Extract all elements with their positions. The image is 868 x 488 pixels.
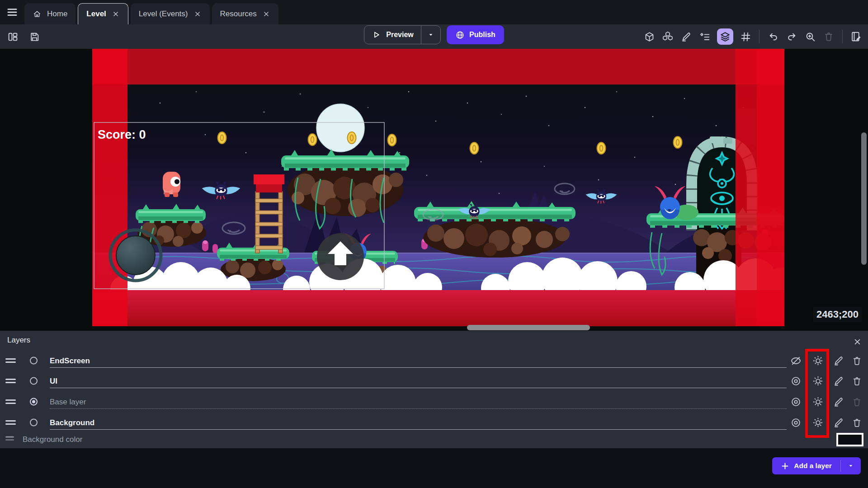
instances-list-button[interactable] [698, 30, 711, 43]
save-icon [29, 31, 40, 42]
layer-select-radio[interactable] [30, 357, 38, 365]
layer-row-base[interactable]: Base layer [0, 393, 868, 411]
tab-resources[interactable]: Resources [212, 3, 278, 24]
layer-name-field[interactable]: Background [50, 413, 787, 430]
events-sheet-button[interactable] [850, 30, 863, 43]
tab-label: Home [47, 9, 67, 19]
lighting-icon[interactable] [811, 416, 824, 429]
add-layer-button[interactable]: Add a layer [772, 457, 861, 474]
red-box-sprite[interactable] [254, 174, 284, 192]
scene-editor-canvas[interactable]: Score: 0 2463;200 [0, 49, 868, 331]
layers-panel-button[interactable] [717, 28, 733, 45]
plus-icon [781, 462, 789, 470]
save-button[interactable] [28, 30, 41, 43]
close-icon [854, 338, 861, 346]
top-hazard-band[interactable] [92, 49, 784, 84]
tab-label: Resources [220, 9, 257, 19]
properties-button[interactable] [680, 30, 693, 43]
instances-list-icon [699, 31, 711, 42]
edit-layer-icon[interactable] [832, 354, 845, 367]
redo-button[interactable] [785, 30, 798, 43]
undo-button[interactable] [767, 30, 779, 43]
toggle-3d-button[interactable] [643, 30, 656, 43]
preview-label: Preview [386, 31, 413, 39]
layers-panel: Layers EndScreen U [0, 331, 868, 448]
close-panel-button[interactable] [852, 336, 863, 347]
layer-row-background[interactable]: Background [0, 413, 868, 432]
visibility-on-icon[interactable] [789, 416, 802, 429]
close-icon[interactable] [193, 10, 202, 18]
publish-label: Publish [469, 31, 495, 39]
preview-options-button[interactable] [421, 31, 440, 38]
objects-group-icon [662, 31, 674, 42]
edit-layer-icon[interactable] [832, 416, 845, 429]
game-scene: Score: 0 [92, 49, 784, 326]
drag-handle-icon [5, 436, 14, 441]
pencil-icon [681, 31, 692, 42]
publish-button[interactable]: Publish [447, 25, 504, 44]
left-border-strip[interactable] [92, 49, 127, 326]
layers-panel-title: Layers [7, 336, 30, 345]
score-text: Score: 0 [98, 128, 146, 141]
layer-row-endscreen[interactable]: EndScreen [0, 352, 868, 370]
main-menu-button[interactable] [0, 0, 24, 24]
lighting-icon[interactable] [811, 395, 824, 408]
layer-name-field[interactable]: UI [50, 372, 787, 388]
app-window: Home Level Level (Events) Resources [0, 0, 868, 488]
tab-label: Level (Events) [139, 9, 188, 19]
layer-name-field[interactable]: Base layer [50, 393, 787, 409]
edit-layer-icon[interactable] [832, 375, 845, 387]
grid-icon [740, 31, 751, 42]
undo-icon [768, 31, 779, 42]
jump-button-control[interactable] [317, 233, 364, 280]
preview-button[interactable]: Preview [364, 25, 441, 44]
drag-handle-icon[interactable] [5, 379, 16, 383]
tab-level-events[interactable]: Level (Events) [131, 3, 210, 24]
add-layer-label: Add a layer [794, 462, 832, 470]
drag-handle-icon[interactable] [5, 358, 16, 363]
add-layer-options-button[interactable] [841, 462, 861, 469]
layer-select-radio[interactable] [30, 377, 38, 385]
zoom-in-button[interactable] [804, 30, 816, 43]
grid-button[interactable] [739, 30, 752, 43]
layer-select-radio[interactable] [30, 419, 38, 427]
layer-row-ui[interactable]: UI [0, 372, 868, 390]
delete-layer-icon[interactable] [850, 416, 863, 429]
drag-handle-icon[interactable] [5, 399, 16, 404]
delete-button[interactable] [822, 30, 835, 43]
drag-handle-icon[interactable] [5, 420, 16, 425]
lighting-icon[interactable] [811, 375, 824, 387]
tab-home[interactable]: Home [24, 3, 75, 24]
delete-layer-icon[interactable] [850, 375, 863, 387]
divider [842, 30, 843, 43]
bottom-hazard-band[interactable] [92, 290, 784, 326]
edit-layer-icon[interactable] [832, 395, 845, 408]
tab-level[interactable]: Level [78, 3, 128, 24]
visibility-off-icon[interactable] [789, 354, 802, 367]
bottom-bar: Add a layer [0, 448, 868, 488]
tab-label: Level [86, 9, 106, 19]
layer-select-radio-checked[interactable] [30, 398, 38, 406]
panels-icon [7, 31, 19, 42]
close-icon[interactable] [262, 10, 270, 18]
cube-icon [644, 31, 655, 42]
cursor-coordinates-badge: 2463;200 [813, 307, 862, 322]
toolbar: Preview Publish [0, 24, 868, 49]
player-sprite[interactable] [163, 172, 180, 197]
background-color-label: Background color [23, 435, 82, 444]
objects-panel-button[interactable] [661, 30, 674, 43]
right-border-strip-edge [757, 49, 784, 326]
visibility-on-icon[interactable] [789, 375, 802, 387]
background-color-swatch[interactable] [836, 433, 863, 446]
visibility-on-icon[interactable] [789, 395, 802, 408]
trash-icon [823, 31, 834, 42]
joystick-control[interactable] [110, 230, 161, 281]
delete-layer-icon[interactable] [850, 354, 863, 367]
horizontal-scrollbar[interactable] [467, 325, 590, 330]
lighting-icon[interactable] [811, 354, 824, 367]
layer-name-field[interactable]: EndScreen [50, 352, 787, 368]
panels-layout-button[interactable] [6, 30, 19, 43]
close-icon[interactable] [112, 10, 120, 18]
vertical-scrollbar[interactable] [861, 132, 867, 265]
moon-sprite[interactable] [316, 104, 364, 152]
